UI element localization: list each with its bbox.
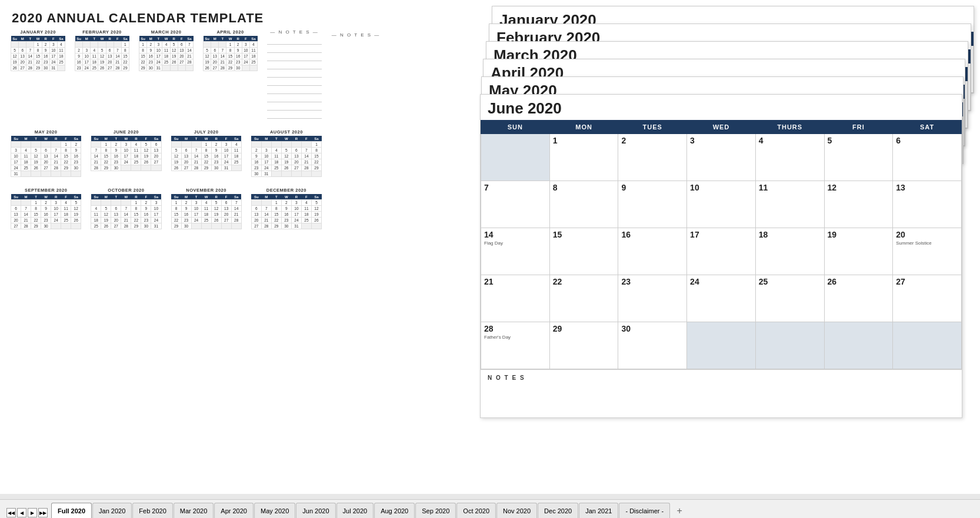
notes-line (267, 61, 322, 69)
spreadsheet-area: 2020 ANNUAL CALENDAR TEMPLATE January 20… (0, 0, 980, 494)
add-tab-button[interactable]: + (672, 504, 686, 518)
mini-month-title-4: MAY 2020 (11, 129, 81, 135)
notes-label-text: — N O T E S — (267, 29, 322, 35)
tab-full-2020[interactable]: Full 2020 (51, 503, 92, 518)
mini-table-2: SuMTWRFSa1234567891011121314151617181920… (139, 36, 194, 71)
tab-jul-2020[interactable]: Jul 2020 (336, 503, 374, 518)
june-table: SUNMONTUESWEDTHURSFRISAT 123456789101112… (481, 120, 962, 369)
mini-month-11: DECEMBER 2020SuMTWRFSa123456789101112131… (251, 188, 322, 229)
notes-line (267, 78, 322, 86)
june-notes-section: N O T E S (481, 369, 962, 417)
mini-table-6: SuMTWRFSa1234567891011121314151617181920… (171, 136, 242, 171)
mini-month-title-9: OCTOBER 2020 (91, 188, 161, 193)
tab-aug-2020[interactable]: Aug 2020 (374, 503, 415, 518)
june-title: June 2020 (488, 99, 955, 118)
tab-nav-prev[interactable]: ◀ (17, 508, 26, 517)
mini-month-2: MARCH 2020SuMTWRFSa123456789101112131415… (139, 29, 194, 71)
table-row: 123456 (481, 134, 962, 181)
tab-feb-2020[interactable]: Feb 2020 (132, 503, 172, 518)
mini-month-6: JULY 2020SuMTWRFSa1234567891011121314151… (171, 129, 242, 171)
notes-line (267, 102, 322, 111)
notes-line (267, 69, 322, 78)
tab-nav-first[interactable]: ◀◀ (6, 508, 16, 517)
mini-table-4: SuMTWRFSa1234567891011121314151617181920… (11, 136, 81, 177)
notes-line (267, 86, 322, 94)
tab-may-2020[interactable]: May 2020 (254, 503, 295, 518)
mini-month-5: JUNE 2020SuMTWRFSa1234567891011121314151… (91, 129, 161, 171)
mini-month-9: OCTOBER 2020SuMTWRFSa1234567891011121314… (91, 188, 161, 229)
mini-month-1: FEBRUARY 2020SuMTWRFSa123456789101112131… (75, 29, 129, 71)
mini-table-0: SuMTWRFSa1234567891011121314151617181920… (11, 36, 65, 71)
mini-row-1: MAY 2020SuMTWRFSa12345678910111213141516… (6, 126, 326, 180)
notes-label: — N O T E S — (318, 32, 394, 38)
notes-area: — N O T E S — (318, 32, 394, 39)
mini-table-10: SuMTWRFSa1234567891011121314151617181920… (171, 194, 242, 229)
mini-month-title-6: JULY 2020 (171, 129, 242, 135)
tab-jan-2021[interactable]: Jan 2021 (579, 503, 618, 518)
table-row: 14Flag Day151617181920Summer Solstice (481, 228, 962, 275)
mini-month-title-0: JANUARY 2020 (11, 29, 65, 35)
mini-table-8: SuMTWRFSa1234567891011121314151617181920… (11, 194, 81, 229)
mini-table-7: SuMTWRFSa1234567891011121314151617181920… (251, 136, 322, 177)
mini-month-title-8: SEPTEMBER 2020 (11, 188, 81, 193)
mini-month-title-11: DECEMBER 2020 (251, 188, 322, 193)
mini-notes: — N O T E S — (267, 29, 322, 119)
mini-table-1: SuMTWRFSa1234567891011121314151617181920… (75, 36, 129, 71)
tab-nov-2020[interactable]: Nov 2020 (496, 503, 537, 518)
mini-month-7: AUGUST 2020SuMTWRFSa12345678910111213141… (251, 129, 322, 177)
mini-month-title-3: APRIL 2020 (203, 29, 258, 35)
table-row: 28Father's Day2930 (481, 322, 962, 369)
notes-line (267, 53, 322, 61)
tabs-container: Full 2020Jan 2020Feb 2020Mar 2020Apr 202… (51, 503, 671, 518)
monthly-card-june: June 2020 SUNMONTUESWEDTHURSFRISAT 12345… (480, 94, 962, 418)
mini-month-8: SEPTEMBER 2020SuMTWRFSa12345678910111213… (11, 188, 81, 229)
tab-dec-2020[interactable]: Dec 2020 (538, 503, 578, 518)
tab-apr-2020[interactable]: Apr 2020 (214, 503, 254, 518)
tab---disclaimer--[interactable]: - Disclaimer - (619, 503, 670, 518)
mini-month-title-7: AUGUST 2020 (251, 129, 322, 135)
mini-month-title-2: MARCH 2020 (139, 29, 194, 35)
mini-month-4: MAY 2020SuMTWRFSa12345678910111213141516… (11, 129, 81, 177)
event-label: Flag Day (484, 240, 546, 246)
mini-table-3: SuMTWRFSa1234567891011121314151617181920… (203, 36, 258, 71)
tab-nav-next[interactable]: ▶ (28, 508, 37, 517)
mini-row-0: JANUARY 2020SuMTWRFSa1234567891011121314… (6, 26, 326, 122)
event-label: Summer Solstice (896, 240, 958, 246)
mini-row-2: SEPTEMBER 2020SuMTWRFSa12345678910111213… (6, 185, 326, 232)
tab-mar-2020[interactable]: Mar 2020 (174, 503, 214, 518)
mini-month-title-5: JUNE 2020 (91, 129, 161, 135)
notes-line (267, 36, 322, 45)
tab-nav-last[interactable]: ▶▶ (38, 508, 48, 517)
tab-oct-2020[interactable]: Oct 2020 (456, 503, 496, 518)
tab-sep-2020[interactable]: Sep 2020 (415, 503, 456, 518)
mini-table-5: SuMTWRFSa1234567891011121314151617181920… (91, 136, 161, 171)
notes-line (267, 94, 322, 102)
june-notes-title: N O T E S (488, 375, 955, 381)
notes-line (267, 111, 322, 119)
event-label: Father's Day (484, 335, 546, 340)
table-row: 78910111213 (481, 181, 962, 228)
notes-line (267, 45, 322, 53)
tab-jan-2020[interactable]: Jan 2020 (92, 503, 132, 518)
mini-month-3: APRIL 2020SuMTWRFSa123456789101112131415… (203, 29, 258, 71)
mini-cals-container: JANUARY 2020SuMTWRFSa1234567891011121314… (6, 26, 326, 237)
mini-month-0: JANUARY 2020SuMTWRFSa1234567891011121314… (11, 29, 65, 71)
table-row: 21222324252627 (481, 275, 962, 322)
mini-table-9: SuMTWRFSa1234567891011121314151617181920… (91, 194, 161, 229)
tab-nav[interactable]: ◀◀ ◀ ▶ ▶▶ (6, 507, 48, 518)
mini-month-10: NOVEMBER 2020SuMTWRFSa123456789101112131… (171, 188, 242, 229)
tab-bar: ◀◀ ◀ ▶ ▶▶ Full 2020Jan 2020Feb 2020Mar 2… (0, 499, 980, 518)
tab-jun-2020[interactable]: Jun 2020 (296, 503, 335, 518)
mini-month-title-10: NOVEMBER 2020 (171, 188, 242, 193)
mini-table-11: SuMTWRFSa1234567891011121314151617181920… (251, 194, 322, 229)
june-notes-lines (488, 383, 955, 413)
mini-month-title-1: FEBRUARY 2020 (75, 29, 129, 35)
